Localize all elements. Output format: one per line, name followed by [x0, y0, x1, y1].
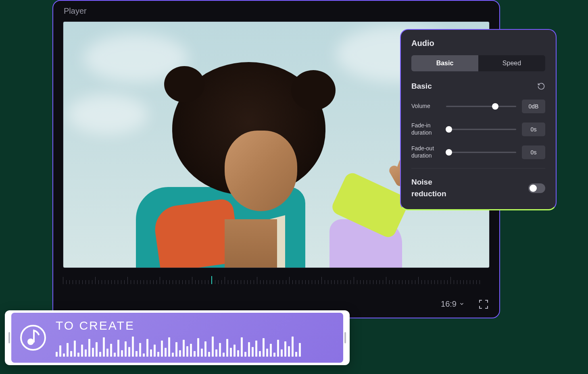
fullscreen-icon [479, 300, 482, 303]
fade-out-control: Fade-out duration 0s [411, 145, 545, 159]
noise-reduction-toggle[interactable] [528, 183, 545, 193]
volume-label: Volume [411, 103, 440, 110]
chevron-down-icon [459, 299, 465, 309]
clip-trim-handle-left[interactable] [7, 313, 11, 363]
volume-slider[interactable] [446, 102, 516, 110]
music-note-icon [19, 323, 48, 352]
clip-label: TO CREATE [56, 319, 336, 332]
slider-thumb[interactable] [446, 126, 452, 133]
fade-out-value-input[interactable]: 0s [522, 145, 545, 159]
clip-trim-handle-right[interactable] [343, 313, 347, 363]
reset-button[interactable] [537, 82, 545, 90]
audio-panel: Audio Basic Speed Basic Volume 0dB Fade-… [400, 29, 557, 210]
tab-basic[interactable]: Basic [411, 55, 478, 71]
audio-clip[interactable]: TO CREATE [5, 310, 350, 365]
volume-control: Volume 0dB [411, 100, 545, 113]
fade-in-control: Fade-in duration 0s [411, 122, 545, 136]
reset-icon [537, 82, 545, 90]
waveform [56, 336, 336, 357]
tab-speed[interactable]: Speed [478, 55, 545, 71]
svg-point-1 [27, 339, 34, 345]
player-title: Player [53, 1, 499, 21]
toggle-knob [530, 185, 537, 192]
clip-body[interactable]: TO CREATE [11, 313, 343, 363]
fullscreen-button[interactable] [479, 300, 488, 309]
noise-reduction-label: Noise reduction [411, 177, 460, 199]
aspect-ratio-selector[interactable]: 16:9 [441, 299, 465, 309]
fade-in-label: Fade-in duration [411, 122, 440, 136]
audio-tabs: Basic Speed [411, 55, 545, 71]
volume-value-input[interactable]: 0dB [522, 100, 545, 113]
fade-in-value-input[interactable]: 0s [522, 123, 545, 136]
timeline-ruler[interactable] [63, 273, 490, 284]
aspect-ratio-value: 16:9 [441, 299, 457, 309]
slider-thumb[interactable] [446, 149, 452, 156]
basic-section-title: Basic [411, 82, 432, 91]
fade-in-slider[interactable] [446, 125, 516, 133]
slider-thumb[interactable] [492, 103, 498, 110]
noise-reduction-control: Noise reduction [411, 177, 545, 199]
fade-out-label: Fade-out duration [411, 145, 440, 159]
fade-out-slider[interactable] [446, 148, 516, 156]
divider [411, 168, 545, 168]
audio-panel-title: Audio [411, 39, 545, 48]
